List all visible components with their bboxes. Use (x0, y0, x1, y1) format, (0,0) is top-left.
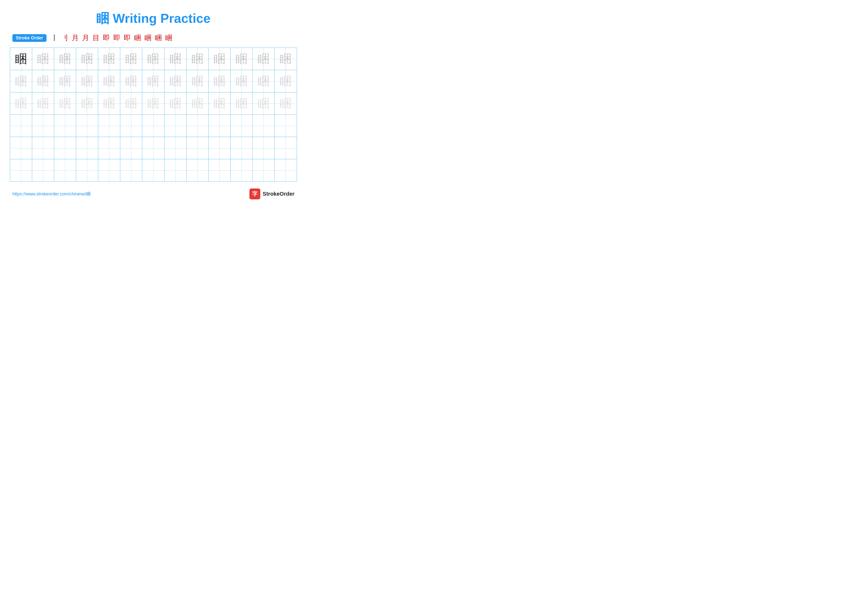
grid-cell[interactable] (142, 137, 164, 159)
grid-cell[interactable] (32, 115, 54, 137)
grid-cell[interactable] (76, 115, 98, 137)
grid-cell[interactable]: 睏 (10, 48, 32, 70)
grid-cell[interactable]: 睏 (231, 70, 253, 92)
stroke-6: 即 (103, 33, 110, 43)
grid-cell[interactable]: 睏 (142, 92, 164, 114)
grid-cell[interactable] (120, 137, 142, 159)
grid-cell[interactable] (253, 159, 274, 181)
char-display: 睏 (15, 53, 27, 65)
grid-cell[interactable]: 睏 (164, 48, 186, 70)
grid-cell[interactable] (231, 159, 253, 181)
char-display: 睏 (125, 98, 137, 109)
grid-cell[interactable] (54, 159, 76, 181)
char-display: 睏 (214, 75, 225, 87)
grid-cell[interactable] (98, 115, 120, 137)
grid-cell[interactable]: 睏 (274, 70, 297, 92)
char-display: 睏 (214, 53, 225, 65)
grid-cell[interactable] (32, 159, 54, 181)
grid-cell[interactable] (32, 137, 54, 159)
grid-cell[interactable] (209, 137, 231, 159)
grid-cell[interactable] (186, 137, 209, 159)
logo-icon: 字 (250, 188, 260, 199)
grid-cell[interactable] (98, 137, 120, 159)
char-display: 睏 (169, 75, 181, 87)
grid-cell[interactable]: 睏 (32, 92, 54, 114)
char-display: 睏 (257, 53, 270, 65)
grid-cell[interactable]: 睏 (54, 70, 76, 92)
grid-cell[interactable]: 睏 (164, 92, 186, 114)
grid-cell[interactable]: 睏 (98, 48, 120, 70)
char-display: 睏 (81, 53, 93, 65)
grid-cell[interactable] (10, 137, 32, 159)
grid-cell[interactable]: 睏 (120, 48, 142, 70)
grid-cell[interactable]: 睏 (186, 48, 209, 70)
logo-text: StrokeOrder (263, 191, 294, 197)
char-display: 睏 (37, 53, 49, 65)
grid-cell[interactable]: 睏 (10, 70, 32, 92)
grid-cell[interactable] (274, 137, 297, 159)
grid-cell[interactable]: 睏 (231, 92, 253, 114)
grid-cell[interactable] (10, 159, 32, 181)
grid-cell[interactable] (209, 115, 231, 137)
grid-cell[interactable] (274, 159, 297, 181)
grid-cell[interactable]: 睏 (98, 92, 120, 114)
char-display: 睏 (59, 53, 71, 65)
grid-cell[interactable] (231, 137, 253, 159)
grid-cell[interactable]: 睏 (98, 70, 120, 92)
grid-cell[interactable]: 睏 (274, 48, 297, 70)
grid-cell[interactable] (76, 159, 98, 181)
grid-cell[interactable] (54, 115, 76, 137)
footer-url[interactable]: https://www.strokeorder.com/chinese/睏 (12, 191, 91, 197)
grid-cell[interactable] (164, 137, 186, 159)
grid-cell[interactable] (253, 115, 274, 137)
grid-cell[interactable] (142, 159, 164, 181)
char-display: 睏 (280, 53, 291, 65)
grid-cell[interactable] (76, 137, 98, 159)
grid-cell[interactable]: 睏 (209, 70, 231, 92)
grid-cell[interactable] (186, 159, 209, 181)
char-display: 睏 (59, 98, 71, 109)
grid-cell[interactable]: 睏 (120, 92, 142, 114)
grid-cell[interactable]: 睏 (209, 48, 231, 70)
grid-cell[interactable]: 睏 (32, 48, 54, 70)
char-display: 睏 (169, 53, 181, 65)
grid-cell[interactable] (164, 159, 186, 181)
grid-cell[interactable] (98, 159, 120, 181)
char-display: 睏 (59, 75, 71, 87)
grid-cell[interactable]: 睏 (54, 92, 76, 114)
grid-cell[interactable]: 睏 (274, 92, 297, 114)
grid-cell[interactable] (231, 115, 253, 137)
grid-cell[interactable]: 睏 (253, 48, 274, 70)
grid-cell[interactable]: 睏 (231, 48, 253, 70)
grid-cell[interactable]: 睏 (10, 92, 32, 114)
grid-cell[interactable] (209, 159, 231, 181)
grid-cell[interactable] (253, 137, 274, 159)
char-display: 睏 (147, 98, 159, 109)
grid-cell[interactable]: 睏 (76, 48, 98, 70)
grid-cell[interactable] (10, 115, 32, 137)
grid-cell[interactable]: 睏 (120, 70, 142, 92)
grid-cell[interactable]: 睏 (54, 48, 76, 70)
char-display: 睏 (147, 53, 159, 65)
grid-cell[interactable] (142, 115, 164, 137)
char-display: 睏 (37, 75, 49, 87)
grid-cell[interactable]: 睏 (32, 70, 54, 92)
grid-cell[interactable]: 睏 (186, 92, 209, 114)
grid-cell[interactable]: 睏 (253, 70, 274, 92)
grid-cell[interactable]: 睏 (76, 70, 98, 92)
grid-cell[interactable]: 睏 (186, 70, 209, 92)
grid-cell[interactable]: 睏 (209, 92, 231, 114)
grid-cell[interactable] (274, 115, 297, 137)
grid-cell[interactable] (120, 159, 142, 181)
grid-cell[interactable]: 睏 (142, 48, 164, 70)
grid-cell[interactable] (54, 137, 76, 159)
grid-cell[interactable]: 睏 (253, 92, 274, 114)
grid-cell[interactable]: 睏 (76, 92, 98, 114)
practice-grid[interactable]: 睏 睏 睏 睏 睏 睏 睏 睏 睏 睏 睏 睏 睏 睏 睏 睏 睏 睏 睏 睏 … (10, 48, 297, 182)
grid-cell[interactable]: 睏 (142, 70, 164, 92)
grid-cell[interactable]: 睏 (164, 70, 186, 92)
stroke-order-row: Stroke Order 丨 刂 月 月 目 即 即 即 睏 睏 睏 睏 (10, 33, 297, 43)
grid-cell[interactable] (120, 115, 142, 137)
grid-cell[interactable] (164, 115, 186, 137)
grid-cell[interactable] (186, 115, 209, 137)
